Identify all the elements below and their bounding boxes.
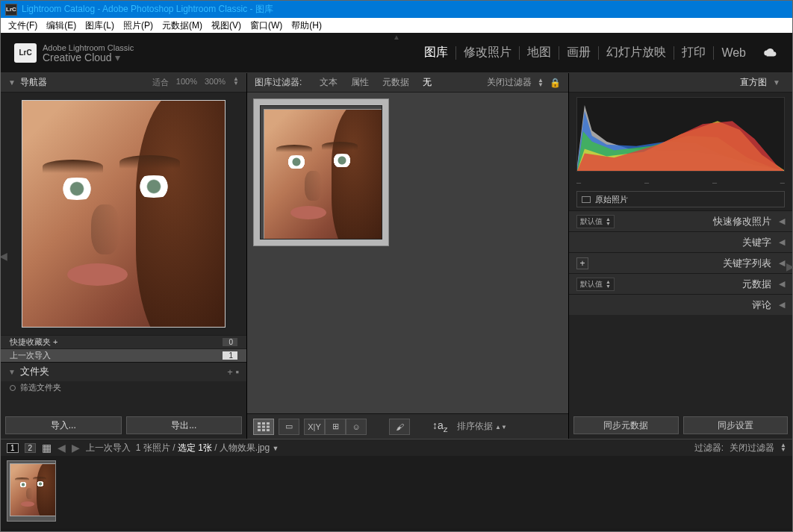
filter-preset-stepper-icon[interactable]: ▲▼	[538, 78, 544, 87]
module-book[interactable]: 画册	[559, 45, 598, 60]
app-logo: LrC	[14, 43, 37, 63]
menu-help[interactable]: 帮助(H)	[287, 19, 326, 32]
nav-back-icon[interactable]: ◀	[57, 442, 66, 454]
disclosure-icon: ▼	[8, 78, 16, 87]
nav-forward-icon[interactable]: ▶	[72, 442, 80, 454]
previous-import-row[interactable]: 上一次导入 1	[1, 348, 246, 362]
search-icon	[10, 385, 16, 391]
sync-metadata-button[interactable]: 同步元数据	[573, 416, 679, 434]
preset-dropdown[interactable]: 默认值▲▼	[576, 215, 615, 228]
import-button[interactable]: 导入...	[5, 416, 122, 434]
compare-view-icon[interactable]: X|Y	[304, 419, 325, 435]
keywording-label: 关键字	[742, 236, 771, 249]
thumbnail[interactable]	[260, 105, 382, 240]
navigator-preview[interactable]	[22, 100, 226, 328]
quick-collection-label: 快捷收藏夹 +	[10, 337, 57, 348]
grid-view[interactable]	[247, 93, 568, 252]
collapse-left-icon[interactable]: ◀	[0, 250, 7, 262]
original-photo-row[interactable]: 原始照片	[576, 191, 785, 207]
folders-header[interactable]: ▼ 文件夹 + ▪	[1, 362, 246, 381]
brand-line2: Creative Cloud	[43, 51, 112, 63]
menu-photo[interactable]: 照片(P)	[119, 19, 158, 32]
disclosure-icon: ◀	[779, 279, 785, 289]
metadata-header[interactable]: 默认值▲▼ 元数据 ◀	[569, 273, 792, 294]
monitor-2-button[interactable]: 2	[25, 443, 37, 453]
path-source: 上一次导入	[86, 442, 131, 453]
svg-rect-5	[267, 425, 270, 428]
zoom-fit[interactable]: 适合	[152, 77, 169, 88]
menu-metadata[interactable]: 元数据(M)	[158, 19, 207, 32]
brand-dropdown-icon[interactable]: ▾	[115, 51, 120, 63]
disclosure-icon: ◀	[779, 300, 785, 310]
filmstrip-thumb[interactable]	[7, 460, 56, 522]
filter-metadata[interactable]: 元数据	[382, 76, 409, 89]
left-panel: ◀ ▼ 导航器 适合 100% 300% ▲▼ 快捷收藏夹 + 0 上一次导入 …	[1, 73, 247, 439]
menu-file[interactable]: 文件(F)	[4, 19, 42, 32]
comments-header[interactable]: 评论 ◀	[569, 294, 792, 315]
filmstrip-filter-stepper-icon[interactable]: ▲▼	[780, 443, 786, 452]
metadata-preset-dropdown[interactable]: 默认值▲▼	[576, 278, 615, 291]
module-library[interactable]: 图库	[417, 45, 455, 60]
comments-label: 评论	[752, 298, 771, 312]
svg-rect-3	[258, 425, 261, 428]
app-logo-small: LrC	[5, 4, 17, 16]
sort-direction-icon[interactable]: ↕az	[432, 419, 448, 434]
collapse-top-icon[interactable]: ▲	[393, 33, 400, 41]
filmstrip-path[interactable]: 上一次导入 1 张照片 / 选定 1张 / 人物效果.jpg ▼	[86, 442, 279, 454]
grid-cell[interactable]	[253, 98, 389, 246]
library-filter-bar: 图库过滤器: 文本 属性 元数据 无 关闭过滤器 ▲▼ 🔒	[247, 73, 568, 93]
svg-rect-4	[262, 425, 265, 428]
module-slideshow[interactable]: 幻灯片放映	[599, 45, 674, 60]
window-title: Lightroom Catalog - Adobe Photoshop Ligh…	[22, 3, 273, 16]
module-print[interactable]: 打印	[674, 45, 713, 60]
svg-rect-1	[262, 422, 265, 425]
filter-none[interactable]: 无	[423, 76, 432, 89]
survey-view-icon[interactable]: ⊞	[325, 419, 346, 435]
filmstrip-filter-label: 过滤器:	[694, 442, 724, 454]
previous-import-label: 上一次导入	[10, 350, 51, 361]
quick-develop-header[interactable]: 默认值▲▼ 快速修改照片 ◀	[569, 210, 792, 231]
filter-text[interactable]: 文本	[320, 76, 338, 89]
svg-rect-0	[258, 422, 261, 425]
menu-window[interactable]: 窗口(W)	[246, 19, 287, 32]
sync-settings-button[interactable]: 同步设置	[683, 416, 789, 434]
filmstrip-filter-off[interactable]: 关闭过滤器	[730, 442, 774, 454]
zoom-100[interactable]: 100%	[176, 77, 197, 88]
export-button[interactable]: 导出...	[126, 416, 243, 434]
folder-filter-row[interactable]: 筛选文件夹	[1, 381, 246, 395]
monitor-1-button[interactable]: 1	[7, 443, 19, 453]
original-icon	[582, 196, 591, 203]
menu-view[interactable]: 视图(V)	[207, 19, 246, 32]
histogram-header[interactable]: 直方图 ▼	[569, 73, 792, 93]
quick-collection-row[interactable]: 快捷收藏夹 + 0	[1, 335, 246, 348]
keyword-list-header[interactable]: + 关键字列表 ◀	[569, 252, 792, 273]
grid-view-icon[interactable]	[253, 419, 274, 435]
add-keyword-icon[interactable]: +	[576, 257, 588, 269]
module-web[interactable]: Web	[714, 46, 753, 60]
add-folder-icon[interactable]: + ▪	[227, 366, 239, 378]
keyword-list-label: 关键字列表	[723, 257, 771, 270]
navigator-header[interactable]: ▼ 导航器 适合 100% 300% ▲▼	[1, 73, 246, 93]
people-view-icon[interactable]: ☺	[346, 419, 367, 435]
painter-tool-icon[interactable]: 🖌	[389, 419, 410, 435]
menu-edit[interactable]: 编辑(E)	[42, 19, 81, 32]
histogram-chart[interactable]	[569, 93, 792, 176]
filter-label: 图库过滤器:	[255, 76, 302, 89]
filter-attribute[interactable]: 属性	[351, 76, 369, 89]
zoom-300[interactable]: 300%	[205, 77, 226, 88]
module-develop[interactable]: 修改照片	[456, 45, 519, 60]
filmstrip-toolbar: 1 2 ▦ ◀ ▶ 上一次导入 1 张照片 / 选定 1张 / 人物效果.jpg…	[1, 439, 792, 456]
filter-lock-icon[interactable]: 🔒	[550, 78, 561, 88]
module-map[interactable]: 地图	[520, 45, 559, 60]
loupe-view-icon[interactable]: ▭	[279, 419, 299, 435]
jump-grid-icon[interactable]: ▦	[42, 442, 52, 454]
filter-off-label[interactable]: 关闭过滤器	[487, 76, 532, 89]
collapse-right-icon[interactable]: ▶	[786, 260, 793, 272]
cloud-sync-icon[interactable]	[762, 48, 779, 58]
zoom-stepper-icon[interactable]: ▲▼	[233, 77, 239, 88]
brand-text[interactable]: Adobe Lightroom Classic Creative Cloud▾	[43, 43, 134, 63]
menu-library[interactable]: 图库(L)	[81, 19, 119, 32]
keywording-header[interactable]: 关键字 ◀	[569, 231, 792, 252]
sort-label[interactable]: 排序依据 ▲▼	[457, 420, 507, 433]
path-count: 1 张照片	[136, 442, 170, 453]
